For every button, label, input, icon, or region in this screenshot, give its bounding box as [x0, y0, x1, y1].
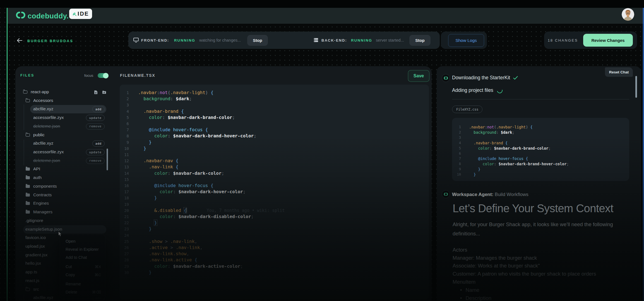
frontend-stop-button[interactable]: Stop [247, 35, 268, 46]
folder-icon [26, 185, 30, 188]
code-line: 5 color: $navbar-dark-brand-color; [452, 146, 629, 151]
file-chip[interactable]: FileXYZ.css [452, 106, 482, 113]
tree-file[interactable]: accessorfile.zyxupdate [23, 114, 106, 122]
chat-heading: Let’s Define Your System Context [453, 202, 613, 215]
tree-item-label: accessorfile.zyx [33, 149, 64, 154]
files-panel-title: FILES [20, 73, 34, 77]
code-line: 7 @include hover-focus { [120, 127, 429, 133]
context-menu-item-delete[interactable]: Delete⌘⌫ [60, 288, 105, 296]
folder-icon [26, 202, 30, 205]
code-line: 23 } [120, 226, 429, 232]
code-line: 10 } [452, 172, 629, 177]
right-accent-line [643, 8, 644, 301]
tree-item-label: hello.jsx [25, 261, 41, 266]
focus-toggle-knob [103, 73, 109, 78]
tree-item-label: src [33, 287, 39, 292]
chat-scrollbar[interactable] [635, 76, 637, 98]
tree-folder[interactable]: public [23, 131, 106, 139]
tree-item-label: deleteme.json [33, 124, 60, 129]
backend-detail: server started... [376, 38, 404, 42]
folder-icon [26, 99, 30, 102]
backend-server-icon [314, 38, 318, 44]
tree-folder[interactable]: Contracts [23, 191, 106, 199]
context-menu-item-rename[interactable]: Rename [60, 280, 105, 288]
save-button[interactable]: Save [408, 70, 429, 82]
backend-stop-button[interactable]: Stop [409, 35, 431, 46]
project-title[interactable]: BURGER BRUDDAS [27, 39, 73, 43]
tree-item-label: Contracts [33, 192, 52, 197]
tree-file[interactable]: .gitignore [23, 217, 106, 225]
back-arrow-icon[interactable] [17, 38, 22, 44]
folder-icon [26, 133, 30, 137]
user-avatar[interactable] [622, 8, 634, 21]
context-menu-item-cut[interactable]: Cut⌘X [60, 263, 105, 271]
tree-file[interactable]: deleteme.jsonremove [23, 123, 106, 130]
change-badge-update: update [86, 149, 105, 155]
code-editor[interactable]: 1.navbar:not(.navbar-light) {2 backgroun… [120, 85, 429, 300]
new-folder-icon[interactable] [102, 90, 106, 95]
tree-item-label: favicon.ico [25, 235, 46, 240]
code-line: 27 .nav-link.show, [120, 251, 429, 257]
chat-divider [452, 99, 629, 99]
files-scrollbar[interactable] [107, 149, 108, 170]
tree-item-label: abcfile.xyz [33, 295, 53, 300]
code-line: 2 background: $dark; [120, 96, 429, 102]
definition-line: MenuItem [453, 278, 596, 286]
code-line: 8 color: $navbar-dark-brand-hover-color; [452, 161, 629, 167]
change-badge-remove: remove [86, 123, 105, 130]
tree-item-label: exampleSetup.json [25, 227, 62, 232]
folder-icon [26, 211, 30, 214]
tree-item-label: abcfile.xyz [33, 106, 53, 111]
tree-file[interactable]: exampleSetup.json [23, 226, 106, 233]
code-line: 28 .nav-link.active { [120, 257, 429, 263]
code-line: 1.navbar:not(.navbar-light) { [120, 90, 429, 96]
tree-folder[interactable]: API [23, 165, 106, 173]
context-menu-item-open[interactable]: Open [60, 237, 105, 245]
show-logs-button[interactable]: Show Logs [448, 34, 484, 47]
agent-header: Workspace Agent: Build Workflows [452, 192, 528, 197]
context-menu-item-copy[interactable]: Copy⌘C [60, 271, 105, 279]
assistant-avatar-icon [442, 74, 450, 82]
tree-file[interactable]: accessorfile.zyxupdate [23, 148, 106, 156]
definition-line: Associate: Works at the burger shack" [453, 262, 596, 270]
chat-panel: Reset Chat Downloading the StarterKit Ad… [437, 66, 641, 301]
definition-line: Actors [453, 246, 596, 254]
code-line: 17 color: $navbar-dark-hover-color; [120, 189, 429, 195]
definition-line: Customer: A patron who visits the burger… [453, 270, 596, 278]
code-line: 16 @include hover-focus { [120, 183, 429, 189]
tree-folder[interactable]: Accessors [23, 97, 106, 105]
code-line: 13 .nav-link { [120, 164, 429, 170]
ide-badge: IDE [69, 9, 92, 19]
tree-item-label: app.ts [25, 269, 37, 274]
check-icon [513, 76, 518, 80]
tree-folder[interactable]: components [23, 183, 106, 190]
new-file-icon[interactable] [94, 90, 98, 95]
tree-file[interactable]: abcfile.xyzadd [23, 105, 106, 113]
context-menu-item-reveal-in-explorer[interactable]: Reveal in Explorer [60, 245, 105, 254]
tree-folder[interactable]: Managers [23, 208, 106, 216]
chat-code-block: 1.navbar:not(.navbar-light) {2 backgroun… [452, 118, 629, 181]
ide-badge-label: IDE [78, 11, 89, 17]
reset-chat-button[interactable]: Reset Chat [605, 67, 633, 77]
tree-item-label: Engines [33, 201, 49, 206]
code-line: 12 .navbar-nav { [120, 158, 429, 164]
tree-item-label: deleteme.json [33, 158, 60, 163]
focus-toggle[interactable] [98, 73, 108, 78]
mouse-cursor-icon [58, 231, 62, 238]
folder-icon [26, 168, 30, 171]
tree-item-label: API [33, 166, 40, 171]
tree-folder[interactable]: auth [23, 174, 106, 182]
tree-folder[interactable]: react-app [23, 88, 106, 96]
tree-file[interactable]: deleteme.jsonremove [23, 157, 106, 165]
tree-folder[interactable]: Engines [23, 200, 106, 207]
changes-count-label: 18 CHANGES [548, 38, 578, 42]
code-line: 4 .navbar-brand { [120, 108, 429, 114]
tree-file[interactable]: abcfile.xyzadd [23, 140, 106, 147]
context-menu-item-add-to-chat[interactable]: Add to Chat [60, 254, 105, 262]
code-line: 26 .active > .nav-link, [120, 245, 429, 251]
review-changes-button[interactable]: Review Changes [583, 34, 633, 47]
code-line: 5 color: $navbar-dark-brand-color; [120, 114, 429, 121]
assistant-avatar-icon [442, 190, 450, 198]
frontend-status: RUNNING [174, 38, 195, 42]
change-badge-add: add [92, 106, 105, 112]
